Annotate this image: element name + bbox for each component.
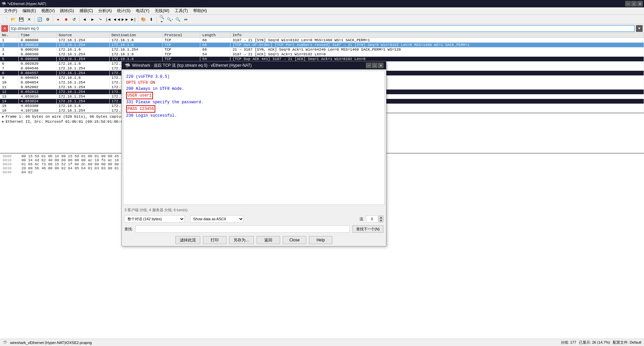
col-no[interactable]: No. — [0, 33, 18, 38]
open-btn[interactable]: 📂 — [9, 16, 17, 23]
flow-label: 流 — [360, 217, 363, 222]
window-title: *vEthernet (Hyper-NAT) — [7, 2, 46, 6]
detail-text-2: Ethernet II, Src: Microsof 01:0b:01 (00:… — [6, 120, 127, 124]
menu-capture[interactable]: 捕获(C) — [77, 7, 96, 14]
help-dialog-btn[interactable]: Help — [309, 236, 332, 244]
close-button[interactable]: ✕ — [637, 1, 643, 6]
flow-spinner-buttons: ▲ ▼ — [379, 216, 383, 222]
dialog-line: OPTS UTF8 ON — [126, 80, 382, 86]
colorize-btn[interactable]: 🎨 — [140, 16, 147, 23]
forward-btn[interactable]: ► — [89, 16, 96, 23]
data-format-select[interactable]: Show data as ASCII — [190, 215, 244, 223]
dialog-line: 331 Please specify the password. — [126, 99, 382, 105]
menu-help[interactable]: 帮助(H) — [191, 7, 210, 14]
flow-input[interactable] — [366, 216, 378, 222]
table-row[interactable]: 20.000010172.16.1.254172.16.1.6TCP66[TCP… — [0, 43, 644, 47]
close-dialog-btn[interactable]: Close — [283, 236, 306, 244]
minimize-button[interactable]: ─ — [625, 1, 631, 6]
stop-capture-btn[interactable]: ■ — [62, 16, 70, 23]
zoom-normal-btn[interactable]: 🔍 — [174, 16, 181, 23]
col-info[interactable]: Info — [230, 33, 644, 38]
menu-tools[interactable]: 工具(T) — [172, 7, 191, 14]
zoom-out-btn[interactable]: 🔍- — [166, 16, 173, 23]
dialog-controls: 整个对话 (142 bytes) Show data as ASCII 流 ▲ … — [122, 214, 386, 224]
table-row[interactable]: 10.000000172.16.1.254172.16.1.6TCP663187… — [0, 38, 644, 43]
table-row[interactable]: 50.000365172.16.1.254172.16.1.6TCP54[TCP… — [0, 57, 644, 61]
dialog-close-btn[interactable]: ✕ — [378, 63, 383, 68]
goto-btn[interactable]: ⤷ — [97, 16, 104, 23]
toolbar-sep-1 — [34, 16, 35, 23]
restart-capture-btn[interactable]: ↺ — [70, 16, 78, 23]
col-len[interactable]: Length — [200, 33, 230, 38]
title-bar: 🦈 *vEthernet (Hyper-NAT) ─ □ ✕ — [0, 0, 644, 7]
filter-out-btn[interactable]: 滤掉此流 — [175, 236, 200, 244]
dialog-line: 230 Login successful. — [126, 113, 382, 119]
status-bar: 🦈 wireshark_vEthernet (Hyper-NAT)IOXSE2.… — [0, 339, 644, 346]
start-capture-btn[interactable]: ● — [54, 16, 62, 23]
menu-file[interactable]: 文件(F) — [1, 7, 20, 14]
menu-wireless[interactable]: 无线(W) — [152, 7, 172, 14]
dialog-icon: 🦈 — [124, 63, 130, 68]
toolbar-sep-3 — [79, 16, 79, 23]
reload-btn[interactable]: 🔄 — [36, 16, 43, 23]
search-input[interactable] — [136, 225, 350, 233]
menu-analyze[interactable]: 分析(A) — [96, 7, 114, 14]
back-btn[interactable]: ◄ — [81, 16, 88, 23]
menu-goto[interactable]: 跳转(G) — [57, 7, 76, 14]
filter-dropdown-btn[interactable]: ▼ — [636, 25, 643, 32]
search-label: 查找: — [124, 227, 133, 232]
close-file-btn[interactable]: ✕ — [25, 16, 33, 23]
dialog-content: 220 (vsFTPd 3.0.5)OPTS UTF8 ON200 Always… — [123, 71, 385, 205]
conversation-select[interactable]: 整个对话 (142 bytes) — [124, 215, 185, 223]
col-time[interactable]: Time — [18, 33, 56, 38]
capture-opts-btn[interactable]: ⚙ — [44, 16, 51, 23]
dialog-maximize-btn[interactable]: □ — [372, 63, 377, 68]
flow-up-btn[interactable]: ▲ — [379, 216, 383, 219]
menu-edit[interactable]: 编辑(E) — [20, 7, 39, 14]
status-file: wireshark_vEthernet (Hyper-NAT)IOXSE2.pc… — [10, 341, 92, 345]
prev-btn[interactable]: ◄◄ — [113, 16, 120, 23]
dialog-status: 3 客户端 分组, 4 服务器 分组, 6 turn(s). — [122, 206, 386, 214]
print-btn[interactable]: 打印 — [203, 236, 226, 244]
maximize-button[interactable]: □ — [631, 1, 637, 6]
save-btn[interactable]: 💾 — [17, 16, 25, 23]
filter-clear-btn[interactable]: ✕ — [1, 25, 8, 32]
zoom-in-btn[interactable]: 🔍+ — [158, 16, 165, 23]
menu-stats[interactable]: 统计(S) — [114, 7, 133, 14]
detail-toggle-2: ▶ — [2, 119, 4, 124]
menu-telephony[interactable]: 电话(Y) — [133, 7, 152, 14]
follow-tcp-dialog: 🦈 Wireshark · 追踪 TCP 流 (tcp.stream eq 0)… — [121, 61, 386, 246]
dialog-title-controls: ─ □ ✕ — [366, 63, 383, 68]
filter-bar: ✕ ▼ — [0, 24, 644, 33]
dialog-title: 🦈 Wireshark · 追踪 TCP 流 (tcp.stream eq 0)… — [122, 61, 386, 69]
last-btn[interactable]: ►| — [129, 16, 137, 23]
detail-toggle: ▶ — [2, 114, 4, 119]
flow-spinner: ▲ ▼ — [366, 216, 383, 222]
resize-cols-btn[interactable]: ⇔ — [182, 16, 190, 23]
save-as-btn[interactable]: 另存为… — [229, 236, 254, 244]
table-row[interactable]: 30.000269172.16.1.6172.16.1.254TCP6621 →… — [0, 47, 644, 52]
toolbar-sep-2 — [53, 16, 53, 23]
status-displayed: 已显示: 26 (14.7%) — [579, 340, 610, 345]
col-dest[interactable]: Destination — [109, 33, 162, 38]
status-icon: 🦈 — [3, 340, 7, 345]
back-dialog-btn[interactable]: 返回 — [257, 236, 280, 244]
autoscroll-btn[interactable]: ⬇ — [148, 16, 155, 23]
col-source[interactable]: Source — [56, 33, 109, 38]
find-next-btn[interactable]: 查找下一个(N) — [353, 225, 383, 233]
filter-input[interactable] — [9, 25, 635, 32]
flow-down-btn[interactable]: ▼ — [379, 219, 383, 222]
next-btn[interactable]: ►► — [121, 16, 128, 23]
dialog-status-text: 3 客户端 分组, 4 服务器 分组, 6 turn(s). — [124, 208, 189, 212]
menu-view[interactable]: 视图(V) — [39, 7, 57, 14]
new-capture-btn[interactable]: 📄 — [1, 16, 9, 23]
col-proto[interactable]: Protocol — [162, 33, 200, 38]
search-row: 查找: 查找下一个(N) — [122, 224, 386, 234]
toolbar: 📄 📂 💾 ✕ 🔄 ⚙ ● ■ ↺ ◄ ► ⤷ |◄ ◄◄ ►► ►| 🎨 ⬇ … — [0, 15, 644, 24]
table-row[interactable]: 40.000360172.16.1.254172.16.1.6TCP543187… — [0, 52, 644, 57]
dialog-minimize-btn[interactable]: ─ — [366, 63, 371, 68]
first-btn[interactable]: |◄ — [105, 16, 112, 23]
dialog-line: PASS 123456 — [126, 105, 382, 113]
dialog-line: 200 Always in UTF8 mode. — [126, 86, 382, 92]
dialog-title-text: Wireshark · 追踪 TCP 流 (tcp.stream eq 0) ·… — [132, 63, 366, 68]
